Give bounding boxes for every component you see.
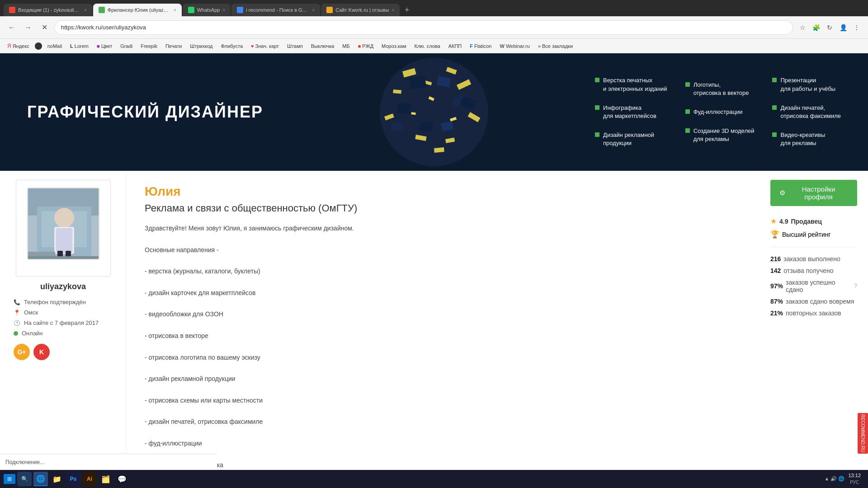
settings-profile-button[interactable]: ⚙ Настройки профиля	[770, 180, 857, 206]
taskbar-msg-icon[interactable]: 💬	[115, 472, 129, 486]
rating-section: ★ 4.9 Продавец 🏆 Высший рейтинг 216 зака…	[770, 217, 857, 317]
settings-nav-icon[interactable]: ⋮	[851, 22, 863, 33]
bookmark-mb[interactable]: МБ	[340, 42, 352, 50]
profile-photo	[27, 188, 99, 260]
service-item-9: Видео-креативы для рекламы	[772, 131, 841, 147]
sync-icon[interactable]: ↻	[824, 22, 835, 33]
desc-line-2: Основные направления -	[145, 245, 741, 256]
bookmark-kluchslova[interactable]: Клю. слова	[411, 42, 443, 50]
tray-icons: ▲ 🔊 🌐	[824, 476, 844, 482]
search-icon: 🔍	[21, 476, 28, 482]
bookmark-flibusta[interactable]: Флибуста	[218, 42, 245, 50]
svg-rect-13	[397, 103, 411, 114]
taskbar-search-icon[interactable]: 🔍	[17, 472, 32, 486]
stats-divider	[770, 247, 857, 247]
tab-close-google[interactable]: ×	[312, 8, 315, 13]
extensions-icon[interactable]: 🧩	[810, 22, 822, 33]
bookmark-pechati[interactable]: Печати	[163, 42, 184, 50]
browser-nav: ← → ✕ ☆ 🧩 ↻ 👤 ⋮	[0, 16, 868, 39]
reload-button[interactable]: ✕	[38, 21, 51, 34]
tab-icon-google	[237, 7, 243, 13]
bookmark-all[interactable]: » Все закладки	[535, 42, 576, 50]
profile-icon[interactable]: 👤	[837, 22, 849, 33]
bookmark-akpp[interactable]: АКПП	[446, 42, 465, 50]
tab-freelancer[interactable]: Фрилансер Юлия (uliyazykova... ×	[93, 4, 182, 16]
bookmark-icon[interactable]: ☆	[797, 22, 808, 33]
profile-photo-placeholder	[28, 188, 99, 260]
tab-whatsapp[interactable]: WhatsApp ×	[183, 4, 231, 16]
ontime-row: 87% заказов сдано вовремя	[770, 298, 857, 305]
profile-link-avatar-1[interactable]: G+	[14, 344, 30, 360]
bookmark-yandex[interactable]: Я Яндекс	[5, 42, 32, 50]
bookmark-vykluchka[interactable]: Выключка	[308, 42, 337, 50]
bookmark-icon-2[interactable]	[35, 42, 42, 50]
service-dot-6	[685, 128, 690, 133]
tab-close-inbox[interactable]: ×	[84, 8, 87, 13]
taskbar-ps-icon[interactable]: Ps	[66, 472, 80, 486]
svg-rect-18	[391, 122, 403, 131]
service-text-2: Инфографика для маркетплейсов	[603, 104, 656, 120]
bookmark-gradi[interactable]: Gradi	[118, 42, 135, 50]
forward-button[interactable]: →	[22, 21, 34, 34]
bookmark-freepik[interactable]: Freepik	[138, 42, 160, 50]
center-panel: Юлия Реклама и связи с общественностью (…	[127, 171, 760, 488]
meta-city: 📍 Омск	[14, 309, 113, 316]
address-bar[interactable]	[54, 20, 793, 35]
meta-online: Онлайн	[14, 330, 113, 337]
help-icon[interactable]: ?	[854, 283, 857, 289]
repeat-row: 21% повторных заказов	[770, 310, 857, 317]
success-pct: 97%	[770, 282, 783, 290]
profile-meta: 📞 Телефон подтверждён 📍 Омск 🕐 На сайте …	[14, 299, 113, 337]
bookmark-rzd[interactable]: ■ РЖД	[355, 42, 376, 50]
svg-rect-28	[56, 228, 72, 253]
desc-line-18: - дизайн печатей, отрисовка факсимиле	[145, 417, 741, 427]
tab-close-freelancer[interactable]: ×	[174, 8, 176, 13]
desc-line-8: - видеообложки для ОЗОН	[145, 309, 741, 320]
profile-link-avatar-2[interactable]: K	[33, 344, 50, 360]
taskbar-ai-icon[interactable]: Ai	[82, 472, 97, 486]
tab-close-whatsapp[interactable]: ×	[222, 8, 225, 13]
browser-tabs: Входящие (1) - zykovauliya@g... × Фрилан…	[0, 0, 868, 16]
profile-links: G+ K	[14, 344, 113, 360]
bookmark-moroz[interactable]: Мороз.кам	[379, 42, 409, 50]
browser-chrome: Входящие (1) - zykovauliya@g... × Фрилан…	[0, 0, 868, 39]
service-dot-5	[685, 109, 690, 114]
desc-line-14: - дизайн рекламной продукции	[145, 374, 741, 385]
service-text-4: Логотипы, отрисовка в векторе	[693, 81, 749, 97]
bookmark-webinar[interactable]: W Webinar.ru	[497, 42, 532, 50]
rating-number: 4.9	[779, 218, 788, 225]
tab-kwork[interactable]: Сайт Kwork.ru | отзывы ×	[321, 4, 400, 16]
bookmark-shtamp[interactable]: Штамп	[284, 42, 306, 50]
bookmark-lorem[interactable]: L Lorem	[67, 42, 91, 50]
desc-line-12: - отрисовка логотипа по вашему эскизу	[145, 352, 741, 363]
tab-google[interactable]: i recommend - Поиск в Google ×	[231, 4, 320, 16]
svg-rect-10	[434, 147, 444, 153]
profile-card	[16, 180, 111, 277]
taskbar-explorer-icon[interactable]: 📁	[50, 472, 64, 486]
bookmark-cvet[interactable]: ■ Цвет	[94, 42, 115, 50]
back-button[interactable]: ←	[5, 21, 18, 34]
service-dot-9	[772, 132, 777, 137]
tab-close-kwork[interactable]: ×	[392, 8, 395, 13]
bookmark-flaticon[interactable]: F Flaticon	[467, 42, 494, 50]
repeat-label: повторных заказов	[786, 310, 841, 317]
yandex-icon: Я	[7, 43, 11, 49]
desc-line-20: - фуд-иллюстрации	[145, 438, 741, 449]
bookmark-barcode[interactable]: Штрихкод	[187, 42, 215, 50]
gear-icon: ⚙	[779, 189, 785, 197]
chrome-icon: 🌐	[36, 474, 45, 483]
bookmark-znach[interactable]: ♥ Знач. карт	[248, 42, 282, 50]
service-text-3: Дизайн рекламной продукции	[603, 131, 654, 147]
left-panel: uliyazykova 📞 Телефон подтверждён 📍 Омск…	[0, 171, 127, 488]
nav-icons: ☆ 🧩 ↻ 👤 ⋮	[797, 22, 863, 33]
new-tab-button[interactable]: +	[401, 4, 413, 16]
tray-time-value: 13:12	[848, 472, 861, 479]
tab-inbox[interactable]: Входящие (1) - zykovauliya@g... ×	[4, 4, 92, 16]
tab-label-inbox: Входящие (1) - zykovauliya@g...	[18, 7, 81, 13]
tray-language: РУС	[848, 479, 861, 486]
taskbar-chrome-icon[interactable]: 🌐	[33, 472, 48, 486]
success-row: 97% заказов успешно сдано ?	[770, 279, 857, 293]
bookmark-nomail[interactable]: noMail	[45, 42, 65, 50]
taskbar-files-icon[interactable]: 🗂️	[99, 472, 113, 486]
start-button[interactable]: ⊞	[4, 474, 15, 484]
